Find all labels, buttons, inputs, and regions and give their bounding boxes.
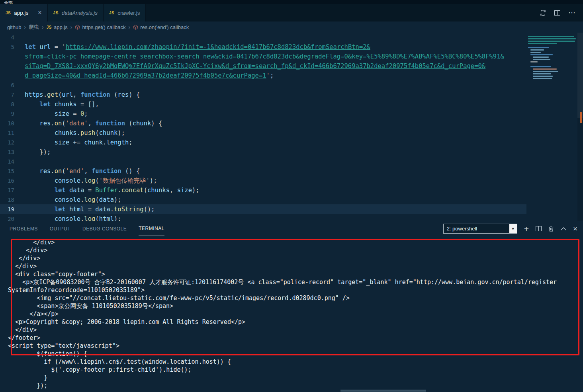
line-number: 5 bbox=[0, 42, 25, 52]
code-line[interactable]: 4 bbox=[0, 33, 583, 42]
panel-header: PROBLEMS OUTPUT DEBUG CONSOLE TERMINAL 2… bbox=[0, 221, 583, 236]
breadcrumb: github › 爬虫 › JS app.js › https.get() ca… bbox=[0, 21, 583, 33]
minimap[interactable] bbox=[526, 33, 577, 221]
tab-bar: JS app.js × JS dataAnalysis.js JS crawle… bbox=[0, 4, 583, 21]
code-line[interactable]: 17 let data = Buffer.concat(chunks, size… bbox=[0, 185, 583, 195]
terminal-hscrollbar[interactable] bbox=[340, 390, 426, 392]
title-bar-text: 全部 bbox=[4, 0, 13, 4]
code-line[interactable]: 13 }); bbox=[0, 147, 583, 157]
line-number: 8 bbox=[0, 99, 25, 109]
js-file-icon: JS bbox=[109, 11, 114, 15]
tab-app-js[interactable]: JS app.js × bbox=[0, 4, 48, 21]
vscode-window: 全部 JS app.js × JS dataAnalysis.js JS cra… bbox=[0, 0, 583, 392]
line-number: 20 bbox=[0, 214, 25, 221]
line-number bbox=[0, 71, 25, 80]
line-number: 16 bbox=[0, 176, 25, 185]
new-terminal-icon[interactable]: + bbox=[524, 224, 529, 233]
more-actions-icon[interactable]: ⋯ bbox=[568, 8, 576, 17]
selected-terminal: 2: powershell bbox=[444, 226, 509, 232]
terminal-line: } bbox=[8, 374, 583, 382]
terminal-output[interactable]: </div> </div> </div> </div> <div class="… bbox=[0, 236, 583, 392]
maximize-panel-chevron-icon[interactable] bbox=[561, 227, 566, 230]
terminal-line: </div> bbox=[8, 238, 583, 246]
split-editor-icon[interactable] bbox=[554, 10, 560, 16]
line-number: 7 bbox=[0, 90, 25, 99]
panel-tab-output[interactable]: OUTPUT bbox=[50, 221, 70, 236]
line-number: 11 bbox=[0, 128, 25, 138]
code-line[interactable]: sfrom=click-pc_homepage-centre_searchbox… bbox=[0, 52, 583, 61]
code-line[interactable]: 18 console.log(data); bbox=[0, 195, 583, 205]
line-number: 9 bbox=[0, 109, 25, 119]
code-line[interactable]: 15 res.on('end', function () { bbox=[0, 166, 583, 176]
line-number: 15 bbox=[0, 166, 25, 176]
title-bar: 全部 bbox=[0, 0, 583, 4]
code-line[interactable]: 6 bbox=[0, 80, 583, 90]
breadcrumb-item-file[interactable]: JS app.js bbox=[47, 24, 68, 30]
chevron-right-icon: › bbox=[42, 24, 44, 30]
terminal-line: <div class="copy-footer"> bbox=[8, 270, 583, 278]
line-number: 18 bbox=[0, 195, 25, 205]
terminal-line: SystemInfo?recordcode=11010502035189"> bbox=[8, 286, 583, 294]
code-line[interactable]: 8 let chunks = [], bbox=[0, 99, 583, 109]
breadcrumb-item-folder[interactable]: 爬虫 bbox=[29, 23, 39, 31]
tab-crawler-js[interactable]: JS crawler.js bbox=[104, 4, 146, 21]
code-area[interactable]: 45let url = 'https://www.liepin.com/zhao… bbox=[0, 33, 583, 221]
breadcrumb-item-github[interactable]: github bbox=[7, 24, 21, 30]
code-line[interactable]: 11 chunks.push(chunk); bbox=[0, 128, 583, 138]
kill-terminal-trash-icon[interactable] bbox=[548, 226, 554, 232]
line-number: 17 bbox=[0, 185, 25, 195]
code-line[interactable]: 7https.get(url, function (res) { bbox=[0, 90, 583, 99]
panel-controls: 2: powershell ▼ + × bbox=[443, 221, 577, 236]
line-number: 13 bbox=[0, 147, 25, 157]
close-tab-icon[interactable]: × bbox=[38, 10, 41, 16]
terminal-line: </footer> bbox=[8, 334, 583, 342]
tab-dataanalysis-js[interactable]: JS dataAnalysis.js bbox=[48, 4, 104, 21]
line-number bbox=[0, 52, 25, 61]
code-line[interactable]: 5let url = 'https://www.liepin.com/zhaop… bbox=[0, 42, 583, 52]
code-line[interactable]: siTag=D_7XS8J-xxxQY6y2bMqEWQ%7EfA9rXquZc… bbox=[0, 61, 583, 71]
panel-tab-terminal[interactable]: TERMINAL bbox=[139, 221, 164, 236]
code-line[interactable]: d_pageSize=40&d_headId=466b672969a37b2de… bbox=[0, 71, 583, 80]
terminal-line: <span>京公网安备 11010502035189号</span> bbox=[8, 302, 583, 310]
terminal-line: </div> bbox=[8, 254, 583, 262]
terminal-line: <script type="text/javascript"> bbox=[8, 342, 583, 350]
terminal-line: </a></p> bbox=[8, 310, 583, 318]
symbol-cube-icon bbox=[133, 25, 138, 30]
scrollbar-thumb[interactable] bbox=[577, 33, 583, 118]
terminal-line: <p>京ICP备09083200号 合字B2-20160007 人才服务许可证:… bbox=[8, 278, 583, 286]
sync-changes-icon[interactable] bbox=[540, 10, 546, 16]
terminal-instance-select[interactable]: 2: powershell ▼ bbox=[443, 224, 517, 234]
code-line[interactable]: 20 console.log(html); bbox=[0, 214, 583, 221]
terminal-line: <p>Copyright &copy; 2006-2018 liepin.com… bbox=[8, 318, 583, 326]
chevron-down-icon: ▼ bbox=[509, 224, 517, 233]
js-file-icon: JS bbox=[6, 11, 11, 15]
editor-actions: ⋯ bbox=[540, 4, 583, 21]
split-terminal-icon[interactable] bbox=[536, 226, 542, 231]
chevron-right-icon: › bbox=[24, 24, 26, 30]
code-line[interactable]: 19 let html = data.toString(); bbox=[0, 205, 583, 214]
chevron-right-icon: › bbox=[70, 24, 72, 30]
code-line[interactable]: 14 bbox=[0, 157, 583, 166]
panel-tab-debug-console[interactable]: DEBUG CONSOLE bbox=[82, 221, 127, 236]
code-line[interactable]: 16 console.log('数据包传输完毕'); bbox=[0, 176, 583, 185]
terminal-line: <img src="//concat.lietou-static.com/fe-… bbox=[8, 294, 583, 302]
terminal-line: </div> bbox=[8, 326, 583, 334]
line-number bbox=[0, 61, 25, 71]
line-number: 10 bbox=[0, 119, 25, 128]
editor[interactable]: 45let url = 'https://www.liepin.com/zhao… bbox=[0, 33, 583, 221]
close-panel-icon[interactable]: × bbox=[573, 225, 577, 232]
code-line[interactable]: 9 size = 0; bbox=[0, 109, 583, 119]
code-line[interactable]: 10 res.on('data', function (chunk) { bbox=[0, 119, 583, 128]
breadcrumb-item-callback-2[interactable]: res.on('end') callback bbox=[133, 24, 189, 30]
tab-label: app.js bbox=[14, 10, 28, 16]
editor-scrollbar[interactable] bbox=[577, 33, 583, 221]
js-file-icon: JS bbox=[47, 25, 52, 29]
terminal-line: $('.copy-footer p:first-child').hide(); bbox=[8, 366, 583, 374]
breadcrumb-item-callback-1[interactable]: https.get() callback bbox=[75, 24, 125, 30]
code-line[interactable]: 12 size += chunk.length; bbox=[0, 138, 583, 147]
panel-tab-problems[interactable]: PROBLEMS bbox=[10, 221, 38, 236]
line-number: 19 bbox=[0, 205, 25, 214]
chevron-right-icon: › bbox=[128, 24, 130, 30]
line-number: 6 bbox=[0, 80, 25, 90]
terminal-line: if (/www\.liepin\.cn$/.test(window.locat… bbox=[8, 358, 583, 366]
